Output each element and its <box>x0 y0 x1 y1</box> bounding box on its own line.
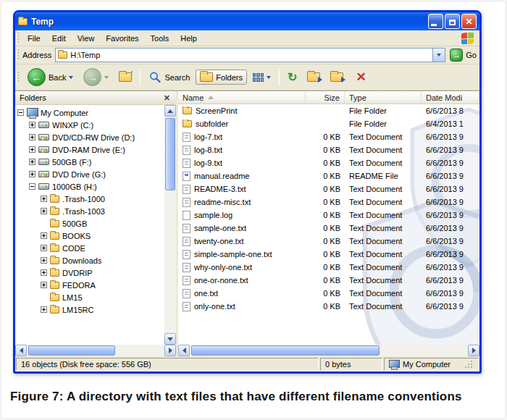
expand-icon[interactable] <box>41 269 47 276</box>
scroll-track[interactable] <box>27 345 164 356</box>
collapse-icon[interactable] <box>17 109 24 116</box>
toolbar-grip[interactable] <box>17 72 19 83</box>
search-button[interactable]: Search <box>144 68 194 87</box>
list-horizontal-scrollbar[interactable] <box>178 345 479 356</box>
tree-item-downloads[interactable]: Downloads <box>15 254 164 266</box>
views-button[interactable] <box>248 70 275 85</box>
file-row[interactable]: README-3.txt0 KBText Document6/6/2013 9 <box>178 182 479 196</box>
file-row[interactable]: only-one.txt0 KBText Document6/6/2013 9 <box>178 300 479 313</box>
tree-item-lm15[interactable]: LM15 <box>15 291 164 303</box>
tree-item-500gb-f[interactable]: 500GB (F:) <box>15 156 164 168</box>
text-document-icon <box>183 250 190 259</box>
scroll-thumb[interactable] <box>28 345 115 356</box>
column-size[interactable]: Size <box>306 91 345 104</box>
delete-button[interactable]: ✕ <box>349 68 372 86</box>
file-row[interactable]: manual.readme0 KBREADME File6/6/2013 9 <box>178 169 479 182</box>
tree-item-winxp-c[interactable]: WINXP (C:) <box>15 119 164 131</box>
up-button[interactable]: ↑ <box>114 70 136 85</box>
scroll-track[interactable] <box>190 345 468 356</box>
tree-item-dvd-cdrw-d[interactable]: DVD/CD-RW Drive (D:) <box>15 131 164 143</box>
title-bar[interactable]: Temp ✕ <box>15 12 479 30</box>
go-button[interactable]: → Go <box>450 49 477 62</box>
file-row[interactable]: subfolderFile Folder6/4/2013 1 <box>178 117 479 130</box>
close-button[interactable]: ✕ <box>461 14 477 29</box>
tree-item-lm15rc[interactable]: LM15RC <box>15 303 164 316</box>
file-row[interactable]: one-or-none.txt0 KBText Document6/6/2013… <box>178 274 479 287</box>
file-row[interactable]: sample-one.txt0 KBText Document6/6/2013 … <box>178 222 479 235</box>
expand-icon[interactable] <box>41 196 47 202</box>
file-row[interactable]: simple-sample-one.txt0 KBText Document6/… <box>178 248 479 261</box>
file-row[interactable]: log-9.txt0 KBText Document6/6/2013 9 <box>178 156 479 169</box>
tree-item-books[interactable]: BOOKS <box>15 230 164 242</box>
expand-icon[interactable] <box>29 134 35 140</box>
tree-item-trash-1000[interactable]: .Trash-1000 <box>15 193 164 205</box>
file-row[interactable]: sample.log0 KBText Document6/6/2013 9 <box>178 209 479 222</box>
menu-file[interactable]: File <box>22 32 46 45</box>
scroll-right-button[interactable] <box>468 345 479 356</box>
minimize-button[interactable] <box>428 14 443 29</box>
tree-item-code[interactable]: CODE <box>15 242 164 254</box>
file-name: simple-sample-one.txt <box>194 250 272 259</box>
file-row[interactable]: twenty-one.txt0 KBText Document6/6/2013 … <box>178 235 479 248</box>
menu-edit[interactable]: Edit <box>46 32 72 45</box>
expand-icon[interactable] <box>41 232 47 239</box>
cd-drive-icon <box>38 171 49 177</box>
column-date-modified[interactable]: Date Modi <box>422 91 479 104</box>
collapse-icon[interactable] <box>29 183 35 190</box>
scroll-left-button[interactable] <box>15 345 27 356</box>
scroll-track[interactable] <box>164 117 176 333</box>
expand-icon[interactable] <box>41 208 47 214</box>
toolbar-grip[interactable] <box>17 33 19 44</box>
file-row[interactable]: why-only-one.txt0 KBText Document6/6/201… <box>178 261 479 274</box>
back-button[interactable]: ← Back <box>23 65 77 89</box>
expand-icon[interactable] <box>29 159 35 165</box>
tree-item-1000gb-h[interactable]: 1000GB (H:) <box>15 180 164 193</box>
menu-view[interactable]: View <box>72 32 101 45</box>
tree-item-dvd-g[interactable]: DVD Drive (G:) <box>15 168 164 180</box>
chevron-down-icon <box>437 54 441 56</box>
file-row[interactable]: log-8.txt0 KBText Document6/6/2013 9 <box>178 143 479 156</box>
toolbar-grip[interactable] <box>17 49 19 61</box>
close-pane-icon[interactable]: ✕ <box>162 93 172 103</box>
move-to-button[interactable] <box>303 70 324 85</box>
scroll-thumb[interactable] <box>165 118 175 190</box>
copy-to-button[interactable] <box>326 70 348 85</box>
expand-icon[interactable] <box>29 146 35 153</box>
expand-icon[interactable] <box>29 122 35 128</box>
scroll-thumb[interactable] <box>191 345 380 356</box>
address-input[interactable]: H:\Temp <box>55 48 445 62</box>
resize-grip[interactable] <box>464 360 474 369</box>
menu-tools[interactable]: Tools <box>145 32 175 45</box>
tree-item-fedora[interactable]: FEDORA <box>15 279 164 291</box>
expand-icon[interactable] <box>41 245 47 251</box>
tree-horizontal-scrollbar[interactable] <box>15 345 176 356</box>
file-row[interactable]: ScreenPrintFile Folder6/6/2013 8 <box>178 104 479 117</box>
column-type[interactable]: Type <box>345 91 422 104</box>
scroll-left-button[interactable] <box>178 345 190 356</box>
maximize-button[interactable] <box>445 14 460 29</box>
tree-item-500gb[interactable]: 500GB <box>15 217 164 230</box>
column-name[interactable]: Name <box>178 91 306 104</box>
menu-favorites[interactable]: Favorites <box>100 32 144 45</box>
expand-icon[interactable] <box>41 306 47 313</box>
address-dropdown-button[interactable] <box>432 49 445 62</box>
expand-icon[interactable] <box>29 171 35 177</box>
tree-item-trash-1003[interactable]: .Trash-1003 <box>15 205 164 217</box>
scroll-down-button[interactable] <box>164 333 176 345</box>
tree-item-my-computer[interactable]: My Computer <box>15 106 164 119</box>
file-row[interactable]: log-7.txt0 KBText Document6/6/2013 9 <box>178 130 479 143</box>
tree-item-dvdram-e[interactable]: DVD-RAM Drive (E:) <box>15 143 164 156</box>
forward-button[interactable]: → <box>79 65 113 89</box>
folders-button[interactable]: Folders <box>196 70 247 85</box>
minimize-icon <box>431 24 437 26</box>
expand-icon[interactable] <box>41 257 47 264</box>
scroll-right-button[interactable] <box>164 345 176 356</box>
tree-item-dvdrip[interactable]: DVDRIP <box>15 266 164 279</box>
file-row[interactable]: one.txt0 KBText Document6/6/2013 9 <box>178 287 479 300</box>
tree-vertical-scrollbar[interactable] <box>164 105 176 345</box>
expand-icon[interactable] <box>41 282 47 288</box>
refresh-button[interactable]: ↻ <box>283 69 301 86</box>
menu-help[interactable]: Help <box>175 32 203 45</box>
file-row[interactable]: readme-misc.txt0 KBText Document6/6/2013… <box>178 196 479 209</box>
scroll-up-button[interactable] <box>164 105 176 117</box>
